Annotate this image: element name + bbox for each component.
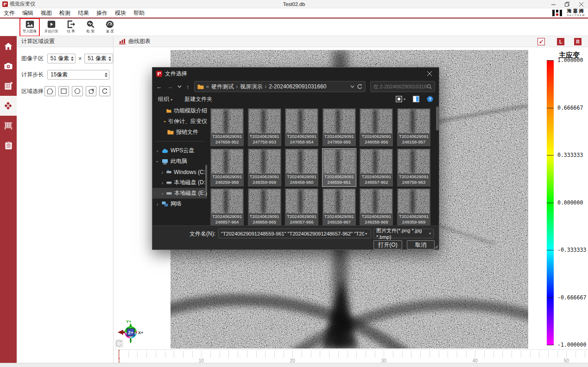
speed-button[interactable]: 速 度 <box>101 19 119 36</box>
open-button[interactable]: 打开(O) <box>373 240 402 249</box>
file-item-16[interactable]: T20240629091249259-968 <box>360 188 393 225</box>
tree-item-9[interactable]: ›网络 <box>152 199 207 209</box>
file-item-9[interactable]: T20240629091248559-961 <box>322 149 356 187</box>
organize-menu[interactable]: 组织 ▾ <box>158 95 172 103</box>
menu-item-6[interactable]: 模块 <box>111 9 130 17</box>
menu-item-3[interactable]: 检测 <box>56 9 74 17</box>
tree-expander-icon[interactable]: › <box>161 191 164 196</box>
nav-up-icon[interactable]: ↑ <box>186 83 190 90</box>
breadcrumb-dropdown-icon[interactable] <box>350 85 354 88</box>
tree-item-4[interactable]: ›WPS云盘 <box>152 145 207 156</box>
region-polygon-button[interactable] <box>44 86 56 96</box>
file-thumbnail <box>286 189 317 213</box>
view-mode-button[interactable]: ▾ <box>396 96 405 102</box>
tree-expander-icon[interactable]: › <box>155 159 160 163</box>
file-item-8[interactable]: T20240629091248458-960 <box>285 149 318 187</box>
filename-dropdown-icon[interactable]: ▾ <box>365 231 367 236</box>
breadcrumb-overflow[interactable]: « <box>206 83 209 90</box>
sidebar-item-speckle[interactable] <box>0 96 17 116</box>
filetype-select[interactable]: 图片文件(*.png *.jpg *.bmp) ▾ <box>373 229 434 238</box>
file-item-2[interactable]: T20240629091247858-954 <box>285 108 318 146</box>
file-item-4[interactable]: T20240629091248058-956 <box>360 108 393 146</box>
search-box[interactable] <box>370 81 435 92</box>
stepper-arrows[interactable] <box>105 70 107 79</box>
file-item-11[interactable]: T20240629091248758-963 <box>397 149 430 187</box>
file-item-12[interactable]: T20240629091248857-964 <box>210 188 244 225</box>
results-button[interactable]: 结 果 <box>62 19 80 36</box>
start-calc-button[interactable]: 开始计算 <box>43 19 60 36</box>
file-item-14[interactable]: T20240629091249057-966 <box>285 188 318 225</box>
close-button[interactable] <box>574 0 588 8</box>
menu-item-1[interactable]: 编辑 <box>19 9 37 17</box>
sidebar-item-camera[interactable] <box>0 56 17 76</box>
file-item-3[interactable]: T20240629091247959-955 <box>322 108 356 146</box>
sidebar-item-calibration[interactable] <box>0 76 17 96</box>
tree-expander-icon[interactable]: › <box>155 148 159 154</box>
tree-item-7[interactable]: ›本地磁盘 (D:) <box>152 177 207 188</box>
sidebar-item-extensometer[interactable] <box>0 116 17 136</box>
region-polygon-delete-button[interactable] <box>86 86 97 96</box>
menu-item-2[interactable]: 视图 <box>37 9 56 17</box>
menu-item-0[interactable]: 文件 <box>0 9 19 17</box>
file-item-15[interactable]: T20240629091249158-967 <box>322 188 356 225</box>
nav-forward-icon[interactable]: → <box>167 83 173 90</box>
breadcrumb-segment[interactable]: 视屏演示 <box>240 83 262 91</box>
file-item-17[interactable]: T20240629091249359-969 <box>397 188 430 225</box>
stepper-arrows[interactable] <box>71 54 74 63</box>
filename-input[interactable] <box>218 229 371 238</box>
preview-pane-icon[interactable] <box>413 96 419 102</box>
restore-button[interactable] <box>560 0 574 8</box>
menu-item-4[interactable]: 结果 <box>74 9 93 17</box>
menu-item-7[interactable]: 帮助 <box>130 9 148 17</box>
file-item-6[interactable]: T20240629091248259-958 <box>210 149 244 187</box>
colorbar-tick <box>547 60 554 61</box>
region-rotate-button[interactable] <box>99 86 110 96</box>
import-image-button[interactable]: 导入图像 <box>21 19 38 36</box>
region-circle-button[interactable] <box>72 86 83 96</box>
nav-back-icon[interactable]: ← <box>156 83 162 90</box>
file-item-13[interactable]: T20240629091248958-965 <box>248 188 281 225</box>
rotate-view-icon[interactable] <box>115 339 123 348</box>
grid-scrollbar[interactable] <box>436 106 439 131</box>
tree-item-2[interactable]: 报销文件 <box>152 127 207 137</box>
menu-item-5[interactable]: 操作 <box>93 9 111 17</box>
subset-height-spinner[interactable]: 51 像素 <box>84 54 113 63</box>
breadcrumb-segment[interactable]: 硬件测试 <box>211 83 234 91</box>
tree-expander-icon[interactable]: › <box>155 201 159 207</box>
file-item-0[interactable]: T20240629091247658-952 <box>210 108 244 146</box>
tree-item-5[interactable]: ›此电脑 <box>152 156 207 167</box>
tree-item-0[interactable]: 功能模版介绍 <box>152 106 207 116</box>
tree-expander-icon[interactable]: › <box>161 169 164 175</box>
region-rectangle-button[interactable] <box>58 86 70 96</box>
sidebar-item-report[interactable] <box>0 136 17 156</box>
subset-width-spinner[interactable]: 51 像素 <box>47 54 76 63</box>
tree-scrollbar[interactable] <box>205 165 207 193</box>
minimize-button[interactable] <box>546 0 560 8</box>
frame-timeline[interactable]: 11020304050 <box>114 349 588 363</box>
tree-item-6[interactable]: ›Windows (C:) <box>152 167 207 177</box>
file-item-10[interactable]: T20240629091248657-962 <box>360 149 393 187</box>
breadcrumb-segment[interactable]: 2-20240629091031660 <box>269 83 326 90</box>
cancel-button[interactable]: 取消 <box>407 240 435 249</box>
help-icon[interactable]: ? <box>427 96 433 102</box>
dialog-close-button[interactable] <box>420 68 439 80</box>
stepper-arrows[interactable] <box>108 54 111 63</box>
step-spinner[interactable]: 15像素 <box>47 70 109 80</box>
new-folder-button[interactable]: 新建文件夹 <box>184 95 212 103</box>
sidebar-item-home[interactable] <box>0 36 17 56</box>
breadcrumb-bar[interactable]: « 硬件测试 › 视屏演示 › 2-20240629091031660 <box>194 81 366 92</box>
detect-button[interactable]: 检 测 <box>82 19 99 36</box>
refresh-icon[interactable] <box>357 84 362 89</box>
file-item-1[interactable]: T20240629091247758-953 <box>248 108 281 146</box>
tree-item-1[interactable]: 引伸计、应变仪 <box>152 116 207 127</box>
nav-recent-chevron-icon[interactable] <box>177 85 182 88</box>
search-input[interactable] <box>373 84 427 89</box>
resize-grip[interactable] <box>434 245 438 249</box>
file-item-5[interactable]: T20240629091248158-957 <box>397 108 430 146</box>
file-item-7[interactable]: T20240629091248359-959 <box>248 149 281 187</box>
tree-expander-icon[interactable]: › <box>161 180 164 186</box>
right-view-button[interactable]: R <box>574 38 582 45</box>
tree-item-8[interactable]: ›本地磁盘 (E:) <box>152 188 207 199</box>
left-view-button[interactable]: L <box>557 38 564 45</box>
fit-view-button[interactable] <box>537 38 545 45</box>
